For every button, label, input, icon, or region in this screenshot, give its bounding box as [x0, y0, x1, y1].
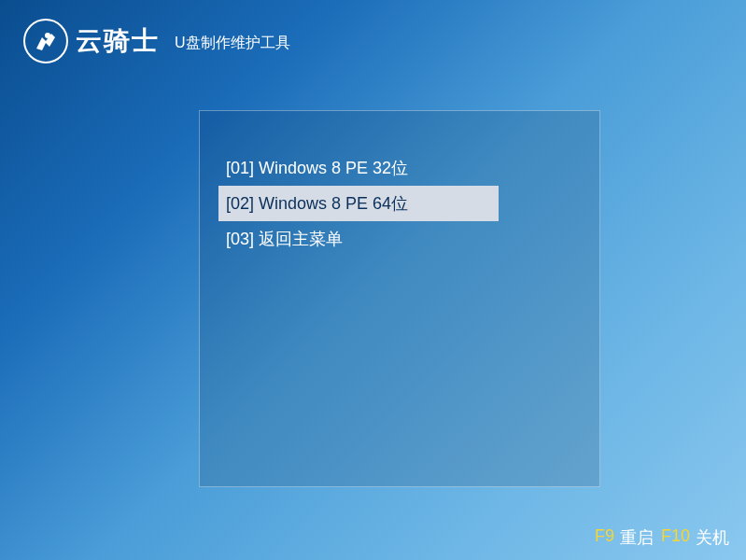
brand-logo-icon — [23, 19, 68, 63]
brand-name: 云骑士 — [76, 23, 160, 59]
hotkey-f10-label: 关机 — [696, 526, 729, 549]
hotkey-restart[interactable]: F9 重启 — [595, 526, 654, 549]
menu-item-win8pe-64[interactable]: [02] Windows 8 PE 64位 — [218, 186, 499, 221]
boot-menu-list: [01] Windows 8 PE 32位 [02] Windows 8 PE … — [200, 111, 599, 257]
svg-point-0 — [45, 33, 50, 38]
hotkey-f9-key: F9 — [595, 526, 614, 549]
menu-item-return-main[interactable]: [03] 返回主菜单 — [218, 221, 499, 257]
brand-subtitle: U盘制作维护工具 — [175, 34, 290, 53]
hotkey-f10-key: F10 — [661, 526, 690, 549]
footer-hotkeys: F9 重启 F10 关机 — [595, 526, 729, 549]
header: 云骑士 U盘制作维护工具 — [0, 0, 746, 82]
hotkey-f9-label: 重启 — [620, 526, 654, 549]
menu-item-win8pe-32[interactable]: [01] Windows 8 PE 32位 — [218, 150, 499, 186]
hotkey-shutdown[interactable]: F10 关机 — [661, 526, 729, 549]
boot-menu-container: [01] Windows 8 PE 32位 [02] Windows 8 PE … — [199, 110, 600, 487]
